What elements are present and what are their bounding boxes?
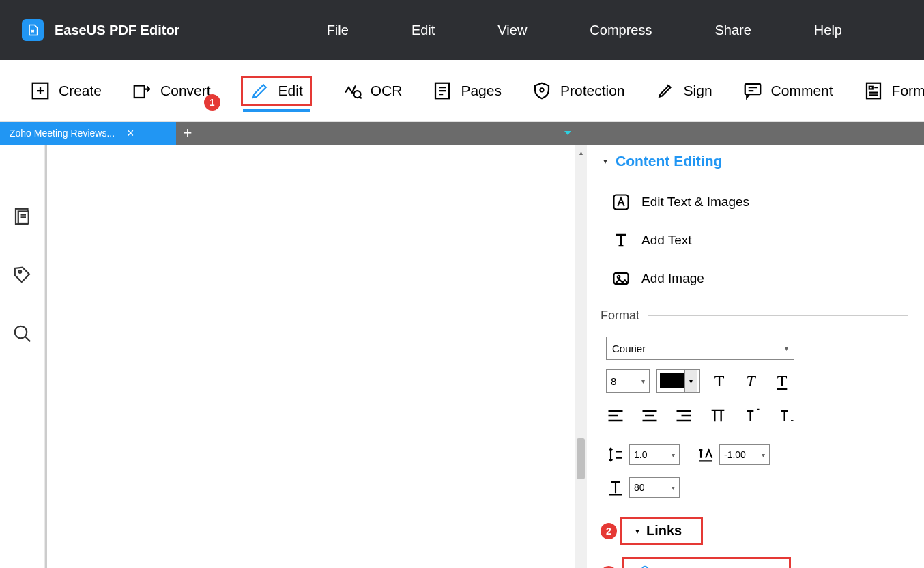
edit-text-images-button[interactable]: Edit Text & Images: [587, 183, 924, 221]
tool-create[interactable]: Create: [30, 81, 102, 101]
document-canvas[interactable]: ▴: [45, 145, 587, 568]
tool-forms[interactable]: Forms: [863, 81, 924, 101]
align-right-button[interactable]: [674, 406, 693, 425]
menu-file[interactable]: File: [327, 23, 349, 38]
char-spacing-value: -1.00: [724, 449, 746, 460]
format-label: Format: [601, 309, 639, 323]
content-editing-title: Content Editing: [616, 153, 722, 169]
right-panel: ▾ Content Editing Edit Text & Images Add…: [587, 145, 924, 568]
links-header[interactable]: ▾ Links: [620, 517, 703, 545]
font-value: Courier: [612, 343, 646, 354]
char-spacing-select[interactable]: -1.00 ▾: [719, 444, 770, 465]
subscript-button[interactable]: [777, 406, 796, 425]
add-text-button[interactable]: Add Text: [587, 221, 924, 259]
pages-icon: [432, 81, 452, 101]
left-rail: [0, 145, 45, 568]
vertical-scrollbar[interactable]: ▴: [575, 145, 587, 568]
bold-button[interactable]: T: [707, 369, 732, 393]
thumbnails-icon[interactable]: [12, 206, 33, 227]
document-tab[interactable]: Zoho Meeting Reviews... ×: [0, 122, 176, 145]
superscript-button[interactable]: [742, 406, 762, 425]
underline-button[interactable]: T: [770, 369, 794, 393]
insert-rectangle-link-button[interactable]: Insert Rectangle Link: [622, 557, 791, 568]
line-height-icon: [606, 445, 625, 464]
font-color-button[interactable]: ▾: [656, 369, 700, 393]
format-divider: [648, 315, 908, 316]
svg-point-4: [540, 88, 543, 91]
line-height-value: 1.0: [634, 449, 647, 460]
svg-point-14: [618, 276, 620, 279]
tabbar: Zoho Meeting Reviews... × +: [0, 122, 924, 145]
menu-share[interactable]: Share: [714, 23, 751, 38]
app-title: EaseUS PDF Editor: [55, 23, 179, 38]
chevron-down-icon: ▾: [672, 451, 675, 459]
svg-point-2: [353, 91, 360, 98]
chevron-down-icon: ▾: [672, 484, 675, 492]
svg-point-11: [14, 326, 27, 339]
chevron-down-icon: ▾: [785, 345, 788, 352]
app-logo: [22, 19, 44, 41]
tool-pages[interactable]: Pages: [432, 81, 502, 101]
link-icon: [634, 565, 650, 568]
image-icon: [611, 269, 631, 288]
search-icon[interactable]: [12, 324, 33, 344]
tool-forms-label: Forms: [892, 83, 924, 99]
menubar: EaseUS PDF Editor File Edit View Compres…: [0, 0, 924, 60]
line-height-control: 1.0 ▾: [606, 444, 680, 465]
callout-badge-2: 2: [601, 523, 617, 539]
menu-compress[interactable]: Compress: [590, 23, 652, 38]
convert-icon: [132, 81, 152, 101]
align-left-button[interactable]: [606, 406, 625, 425]
add-text-label: Add Text: [641, 233, 692, 248]
italic-button[interactable]: T: [738, 369, 763, 393]
ocr-icon: [342, 81, 362, 101]
scroll-thumb[interactable]: [577, 438, 585, 479]
add-image-label: Add Image: [641, 271, 704, 286]
tab-add-button[interactable]: +: [176, 122, 199, 145]
menu-help[interactable]: Help: [814, 23, 842, 38]
line-height-select[interactable]: 1.0 ▾: [629, 444, 680, 465]
format-header: Format: [587, 303, 924, 328]
text-box-icon: [611, 193, 631, 212]
callout-badge-1: 1: [204, 94, 220, 111]
tool-edit[interactable]: Edit: [250, 81, 303, 101]
caret-down-icon: ▾: [603, 156, 607, 166]
tag-icon[interactable]: [12, 265, 33, 285]
tool-convert[interactable]: Convert 1: [132, 81, 211, 101]
tool-ocr[interactable]: OCR: [342, 81, 403, 101]
chevron-down-icon: ▾: [684, 370, 697, 392]
text-icon: [611, 231, 631, 250]
tool-create-label: Create: [59, 83, 102, 99]
menu-view[interactable]: View: [497, 23, 527, 38]
svg-rect-5: [745, 84, 760, 94]
comment-icon: [742, 81, 763, 101]
align-top-button[interactable]: [708, 406, 727, 425]
tool-protection[interactable]: Protection: [532, 81, 625, 101]
sign-icon: [655, 81, 676, 101]
tool-edit-active-underline: [243, 109, 310, 112]
menu-edit[interactable]: Edit: [412, 23, 435, 38]
svg-point-10: [18, 270, 21, 273]
font-size-select[interactable]: 8 ▾: [606, 369, 650, 393]
tabbar-dropdown[interactable]: [561, 122, 575, 145]
width-select[interactable]: 80 ▾: [629, 477, 680, 498]
tool-comment[interactable]: Comment: [742, 81, 833, 101]
tool-edit-highlight: Edit: [241, 76, 312, 106]
links-section: 2 ▾ Links: [587, 517, 924, 545]
toolbar: Create Convert 1 Edit OCR Pages Protecti…: [0, 60, 924, 122]
width-value: 80: [634, 482, 645, 493]
tool-protection-label: Protection: [560, 83, 625, 99]
char-spacing-control: -1.00 ▾: [696, 444, 770, 465]
tab-close-icon[interactable]: ×: [127, 126, 134, 141]
shield-icon: [532, 81, 552, 101]
add-image-button[interactable]: Add Image: [587, 259, 924, 298]
format-controls: Courier ▾ 8 ▾ ▾ T T T: [587, 328, 924, 498]
chevron-down-icon: ▾: [641, 378, 645, 385]
scroll-up-icon[interactable]: ▴: [575, 145, 587, 160]
insert-link-row: 3 Insert Rectangle Link: [587, 557, 924, 568]
content-editing-header[interactable]: ▾ Content Editing: [587, 153, 924, 169]
tool-sign[interactable]: Sign: [655, 81, 712, 101]
font-select[interactable]: Courier ▾: [606, 337, 794, 360]
tab-title: Zoho Meeting Reviews...: [10, 128, 115, 139]
align-center-button[interactable]: [640, 406, 659, 425]
